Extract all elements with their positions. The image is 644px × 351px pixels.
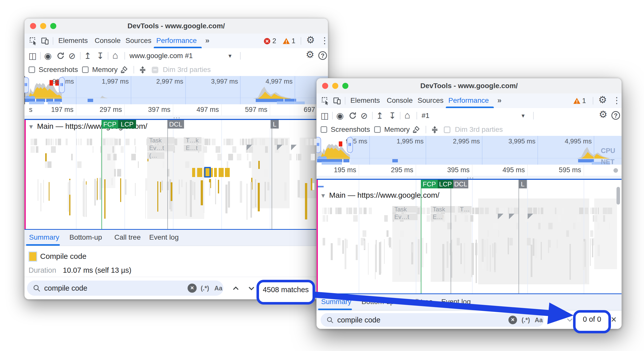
- tab-bottom-up[interactable]: Bottom-up: [362, 294, 394, 309]
- dim-3rd-parties-checkbox[interactable]: [444, 127, 450, 133]
- collapse-sections-icon[interactable]: [139, 66, 147, 74]
- panel-resize-strip[interactable]: ⋯: [24, 115, 328, 119]
- regex-toggle[interactable]: (.*): [522, 316, 530, 324]
- load-profile-icon[interactable]: ↥: [84, 52, 91, 60]
- timeline-overview[interactable]: CPU NET II II 995 ms1,995 ms2,995 ms3,99…: [317, 136, 622, 165]
- tab-bottom-up[interactable]: Bottom-up: [69, 230, 102, 245]
- event-bar[interactable]: Ev…t: [392, 214, 418, 220]
- event-bar[interactable]: E…t: [184, 145, 201, 151]
- device-toolbar-icon[interactable]: [333, 96, 341, 105]
- warning-badge[interactable]: 1: [282, 37, 295, 45]
- reload-icon[interactable]: [56, 52, 65, 60]
- tab-sources[interactable]: Sources: [418, 93, 444, 108]
- tab-console[interactable]: Console: [95, 34, 121, 48]
- flame-chart[interactable]: ▼Main — https://www.google.com/ Task T…k…: [24, 120, 328, 229]
- search-field[interactable]: compile code × (.*) Aa: [321, 313, 544, 327]
- tab-sources[interactable]: Sources: [125, 34, 151, 48]
- task-bar[interactable]: T…k: [184, 137, 201, 144]
- clear-search-icon[interactable]: ×: [508, 316, 517, 324]
- settings-gear-icon[interactable]: ⚙: [598, 95, 607, 104]
- dcl-marker[interactable]: DCL: [453, 180, 468, 188]
- overview-right-handle[interactable]: II: [59, 77, 65, 93]
- screenshots-checkbox[interactable]: [321, 126, 327, 133]
- search-input-text[interactable]: compile code: [44, 284, 87, 292]
- scrollbar-thumb[interactable]: [616, 187, 620, 205]
- kebab-menu-icon[interactable]: ⋮: [612, 96, 621, 105]
- memory-checkbox[interactable]: [374, 126, 381, 133]
- tab-call-tree[interactable]: Call tree: [406, 294, 433, 309]
- tab-performance[interactable]: Performance: [448, 93, 489, 108]
- clear-search-icon[interactable]: ×: [188, 284, 197, 293]
- l-marker[interactable]: L: [519, 180, 527, 188]
- settings-gear-icon[interactable]: ⚙: [306, 36, 315, 44]
- task-bar[interactable]: T…: [458, 206, 472, 213]
- gc-brush-icon[interactable]: [120, 66, 128, 74]
- clear-icon[interactable]: ⊘: [360, 111, 368, 120]
- chevron-down-icon[interactable]: ▾: [228, 48, 231, 63]
- chevron-down-icon[interactable]: ▾: [522, 108, 525, 123]
- toggle-sidebar-icon[interactable]: ◫: [321, 111, 329, 120]
- search-input-text[interactable]: compile code: [337, 316, 380, 324]
- target-selector[interactable]: #1: [422, 108, 429, 123]
- fcp-marker[interactable]: FCP: [101, 120, 118, 129]
- tab-event-log[interactable]: Event log: [149, 230, 179, 245]
- panel-resize-strip[interactable]: ⋯: [317, 176, 622, 179]
- event-bar[interactable]: Ev…t: [147, 145, 174, 151]
- scrollbar-dot[interactable]: [613, 168, 618, 173]
- home-icon[interactable]: ⌂: [112, 51, 118, 60]
- screenshots-checkbox[interactable]: [29, 66, 35, 73]
- dcl-marker[interactable]: DCL: [167, 120, 184, 129]
- load-profile-icon[interactable]: ↥: [376, 111, 383, 120]
- next-match-icon[interactable]: [565, 315, 575, 325]
- overview-right-handle[interactable]: II: [347, 137, 353, 153]
- inspect-icon[interactable]: [29, 37, 38, 45]
- tab-summary[interactable]: Summary: [29, 230, 59, 245]
- more-tabs-icon[interactable]: »: [497, 93, 502, 108]
- more-tabs-icon[interactable]: »: [205, 34, 210, 48]
- collapse-sections-icon[interactable]: [431, 126, 439, 134]
- tab-console[interactable]: Console: [387, 93, 413, 108]
- tab-event-log[interactable]: Event log: [441, 294, 471, 309]
- previous-match-icon[interactable]: [231, 284, 241, 293]
- tab-elements[interactable]: Elements: [350, 93, 380, 108]
- capture-settings-gear-icon[interactable]: ⚙: [306, 50, 314, 59]
- error-badge[interactable]: 2: [263, 37, 276, 45]
- task-bar[interactable]: Task: [431, 206, 455, 213]
- memory-checkbox[interactable]: [82, 66, 89, 73]
- timeline-overview[interactable]: II II 997 ms1,997 ms2,997 ms3,997 ms4,99…: [24, 76, 328, 104]
- home-icon[interactable]: ⌂: [404, 111, 410, 119]
- device-toolbar-icon[interactable]: [41, 37, 49, 45]
- regex-toggle[interactable]: (.*): [201, 285, 209, 292]
- help-icon[interactable]: ?: [611, 111, 620, 120]
- save-profile-icon[interactable]: ↧: [389, 111, 396, 120]
- task-bar[interactable]: Task: [147, 137, 174, 144]
- kebab-menu-icon[interactable]: ⋮: [320, 36, 328, 45]
- record-icon[interactable]: ◉: [44, 52, 52, 60]
- previous-match-icon[interactable]: [549, 315, 559, 325]
- match-case-toggle[interactable]: Aa: [535, 316, 543, 324]
- dim-3rd-parties-toggle[interactable]: [152, 67, 158, 73]
- lcp-marker[interactable]: LCP: [438, 180, 453, 188]
- tab-performance[interactable]: Performance: [156, 34, 197, 48]
- inspect-icon[interactable]: [321, 96, 330, 105]
- flame-chart[interactable]: ▼Main — https://www.google.com/ Task Tas…: [317, 180, 622, 293]
- main-thread-header[interactable]: ▼Main — https://www.google.com/: [320, 191, 440, 199]
- capture-settings-gear-icon[interactable]: ⚙: [599, 110, 607, 119]
- save-profile-icon[interactable]: ↧: [97, 52, 104, 60]
- event-bar[interactable]: E…t: [431, 214, 443, 220]
- gc-brush-icon[interactable]: [412, 126, 420, 134]
- toggle-sidebar-icon[interactable]: ◫: [29, 52, 37, 60]
- overview-left-handle[interactable]: II: [24, 77, 29, 93]
- record-icon[interactable]: ◉: [336, 111, 344, 120]
- tab-elements[interactable]: Elements: [58, 34, 88, 48]
- clear-icon[interactable]: ⊘: [68, 52, 76, 60]
- search-field[interactable]: compile code × (.*) Aa: [27, 281, 223, 296]
- tab-call-tree[interactable]: Call tree: [114, 230, 141, 245]
- help-icon[interactable]: ?: [318, 51, 327, 60]
- target-selector[interactable]: www.google.com #1: [130, 48, 193, 63]
- warning-badge[interactable]: 1: [573, 97, 586, 105]
- l-marker[interactable]: L: [271, 120, 279, 129]
- tab-summary[interactable]: Summary: [321, 294, 351, 309]
- reload-icon[interactable]: [348, 111, 357, 120]
- anonymous-bar[interactable]: (…: [147, 152, 164, 159]
